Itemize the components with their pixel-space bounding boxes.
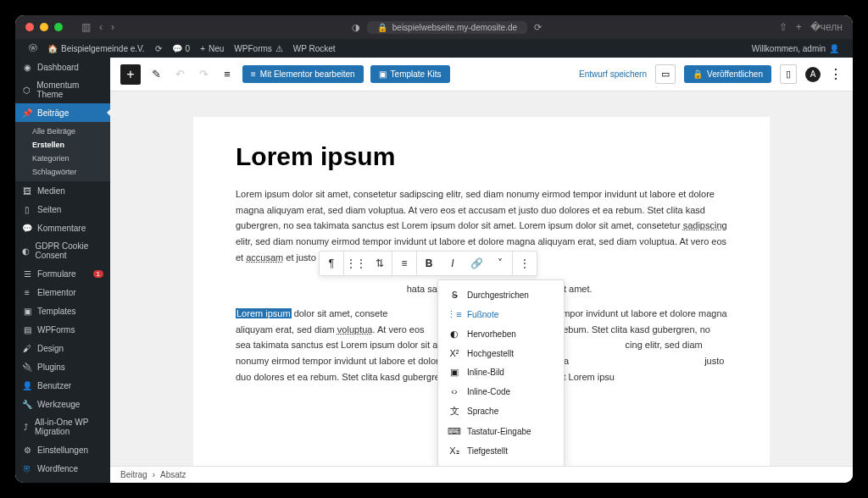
breadcrumb-paragraph[interactable]: Absatz	[160, 470, 186, 479]
dd-language[interactable]: 文Sprache	[438, 401, 564, 422]
dd-inline-image[interactable]: ▣Inline-Bild	[438, 362, 564, 382]
italic-icon[interactable]: I	[441, 252, 465, 275]
keyboard-icon: ⌨	[448, 426, 460, 437]
outline-icon[interactable]: ≡	[219, 66, 236, 83]
comments-link[interactable]: 💬 0	[167, 44, 196, 53]
wp-logo-icon[interactable]: ⓦ	[24, 42, 42, 54]
sidebar-item-theme[interactable]: ⬡Momentum Theme	[15, 76, 110, 103]
share-icon[interactable]: ⇧	[779, 21, 787, 33]
astra-icon[interactable]: A	[805, 67, 821, 82]
nav-forward-icon[interactable]: ›	[111, 21, 114, 33]
post-title[interactable]: Lorem ipsum	[236, 142, 727, 171]
dd-keyboard[interactable]: ⌨Tastatur-Eingabe	[438, 422, 564, 441]
forms-icon: ☰	[22, 268, 32, 279]
edit-tool-icon[interactable]: ✎	[147, 66, 164, 83]
more-format-icon[interactable]: ˅	[488, 252, 512, 275]
settings-panel-icon[interactable]: ▯	[780, 64, 797, 84]
redo-icon[interactable]: ↷	[195, 66, 212, 83]
format-dropdown: S̶Durchgestrichen ⋮≡Fußnote ◐Hervorheben…	[437, 279, 565, 466]
sidebar-item-media[interactable]: 🖾Medien	[15, 181, 110, 200]
sidebar-item-postsmtp[interactable]: ✉Post SMTP	[15, 478, 110, 483]
shield-icon[interactable]: ◑	[352, 22, 360, 33]
dashboard-icon: ◉	[22, 62, 32, 72]
plugin-icon: 🔌	[22, 362, 32, 372]
dd-subscript[interactable]: X₂Tiefgestellt	[438, 441, 564, 461]
sidebar-item-design[interactable]: 🖌Design	[15, 339, 110, 357]
close-window-icon[interactable]	[25, 23, 34, 31]
sidebar-item-elementor[interactable]: ≡Elementor	[15, 283, 110, 302]
dd-strikethrough[interactable]: S̶Durchgestrichen	[438, 285, 564, 305]
footnote-icon: ⋮≡	[448, 309, 460, 320]
publish-button[interactable]: 🔒Veröffentlichen	[684, 65, 771, 83]
sidebar-toggle-icon[interactable]: ▥	[81, 21, 91, 33]
welcome-link[interactable]: Willkommen, admin 👤	[747, 44, 844, 53]
wpforms-link[interactable]: WPForms ⚠	[229, 44, 287, 53]
move-updown-icon[interactable]: ⇅	[368, 252, 392, 275]
theme-icon: ⬡	[22, 85, 31, 95]
maximize-window-icon[interactable]	[54, 23, 63, 31]
paragraph-type-icon[interactable]: ¶	[320, 252, 343, 275]
align-icon[interactable]: ≡	[392, 252, 416, 275]
sidebar-item-migration[interactable]: ⤴All-in-One WP Migration	[15, 413, 110, 440]
sidebar-item-gdpr[interactable]: ◐GDPR Cookie Consent	[15, 237, 110, 264]
drag-handle-icon[interactable]: ⋮⋮	[344, 252, 368, 275]
dd-footnote[interactable]: ⋮≡Fußnote	[438, 305, 564, 324]
chevron-right-icon: ›	[153, 470, 155, 479]
sidebar-sub-tags[interactable]: Schlagwörter	[15, 165, 110, 179]
reload-icon[interactable]: ⟳	[534, 22, 542, 33]
sidebar-sub-categories[interactable]: Kategorien	[15, 152, 110, 165]
elementor-button[interactable]: ≡Mit Elementor bearbeiten	[242, 65, 364, 83]
dd-highlight[interactable]: ◐Hervorheben	[438, 324, 564, 344]
bold-icon[interactable]: B	[417, 252, 441, 275]
dd-superscript[interactable]: X²Hochgestellt	[438, 344, 564, 362]
template-kits-button[interactable]: ▣Template Kits	[370, 65, 450, 83]
sidebar-item-comments[interactable]: 💬Kommentare	[15, 219, 110, 237]
shield-icon: ⛨	[22, 463, 32, 473]
template-icon: ▣	[379, 69, 387, 79]
preview-icon[interactable]: ▭	[655, 64, 676, 84]
migration-icon: ⤴	[22, 422, 30, 432]
sidebar-item-tools[interactable]: 🔧Werkzeuge	[15, 395, 110, 413]
admin-sidebar: ◉Dashboard ⬡Momentum Theme 📌Beiträge All…	[15, 58, 110, 483]
highlight-icon: ◐	[448, 329, 460, 340]
nav-back-icon[interactable]: ‹	[99, 21, 103, 33]
strikethrough-icon: S̶	[448, 290, 460, 301]
sidebar-item-dashboard[interactable]: ◉Dashboard	[15, 58, 110, 76]
wprocket-link[interactable]: WP Rocket	[288, 44, 341, 53]
minimize-window-icon[interactable]	[40, 23, 48, 31]
sidebar-item-wpforms[interactable]: ▤WPForms	[15, 320, 110, 339]
dd-inline-code[interactable]: ‹›Inline-Code	[438, 382, 564, 401]
link-icon[interactable]: 🔗	[465, 252, 488, 275]
new-tab-icon[interactable]: +	[796, 21, 802, 33]
tabs-icon[interactable]: �челн	[810, 21, 843, 33]
updates-icon[interactable]: ⟳	[150, 44, 167, 53]
sidebar-item-templates[interactable]: ▣Templates	[15, 302, 110, 320]
sidebar-item-pages[interactable]: ▯Seiten	[15, 200, 110, 219]
sidebar-item-posts[interactable]: 📌Beiträge	[15, 103, 110, 122]
breadcrumb-post[interactable]: Beitrag	[120, 470, 147, 479]
undo-icon[interactable]: ↶	[171, 66, 188, 83]
editor-toolbar: + ✎ ↶ ↷ ≡ ≡Mit Elementor bearbeiten ▣Tem…	[110, 58, 853, 91]
block-toolbar: ¶ ⋮⋮⇅ ≡ B I 🔗 ˅ ⋮	[319, 251, 537, 276]
comment-icon: 💬	[22, 223, 32, 233]
media-icon: 🖾	[22, 185, 32, 196]
block-options-icon[interactable]: ⋮	[513, 252, 537, 275]
site-link[interactable]: 🏠 Beispielgemeinde e.V.	[42, 44, 150, 53]
more-options-icon[interactable]: ⋮	[829, 66, 843, 82]
wrench-icon: 🔧	[22, 399, 32, 409]
url-field[interactable]: 🔒 beispielwebseite.my-demosite.de	[367, 21, 527, 34]
page-icon: ▯	[22, 204, 32, 214]
sidebar-item-users[interactable]: 👤Benutzer	[15, 376, 110, 395]
sidebar-sub-all-posts[interactable]: Alle Beiträge	[15, 125, 110, 138]
sidebar-item-settings[interactable]: ⚙Einstellungen	[15, 440, 110, 459]
sidebar-item-plugins[interactable]: 🔌Plugins	[15, 357, 110, 376]
editor-canvas: Lorem ipsum Lorem ipsum dolor sit amet, …	[110, 91, 853, 466]
gear-icon: ⚙	[22, 445, 32, 455]
add-block-button[interactable]: +	[120, 64, 141, 85]
templates-icon: ▣	[22, 306, 32, 316]
new-link[interactable]: + Neu	[195, 44, 229, 53]
save-draft-link[interactable]: Entwurf speichern	[579, 69, 647, 79]
sidebar-item-forms[interactable]: ☰Formulare1	[15, 264, 110, 283]
sidebar-item-wordfence[interactable]: ⛨Wordfence	[15, 459, 110, 478]
sidebar-sub-create[interactable]: Erstellen	[15, 138, 110, 152]
